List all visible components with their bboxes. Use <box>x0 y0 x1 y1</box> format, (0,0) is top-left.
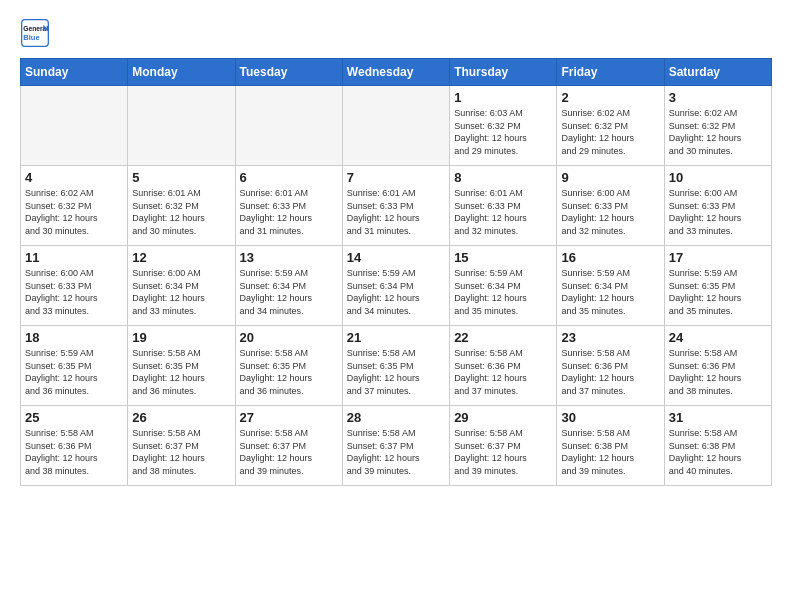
svg-text:Blue: Blue <box>23 33 39 42</box>
week-row-3: 11Sunrise: 6:00 AM Sunset: 6:33 PM Dayli… <box>21 246 772 326</box>
day-number: 17 <box>669 250 767 265</box>
day-info: Sunrise: 5:58 AM Sunset: 6:36 PM Dayligh… <box>561 347 659 397</box>
day-number: 16 <box>561 250 659 265</box>
day-info: Sunrise: 6:01 AM Sunset: 6:33 PM Dayligh… <box>347 187 445 237</box>
day-info: Sunrise: 6:03 AM Sunset: 6:32 PM Dayligh… <box>454 107 552 157</box>
day-number: 8 <box>454 170 552 185</box>
weekday-wednesday: Wednesday <box>342 59 449 86</box>
day-info: Sunrise: 5:58 AM Sunset: 6:36 PM Dayligh… <box>669 347 767 397</box>
weekday-saturday: Saturday <box>664 59 771 86</box>
day-info: Sunrise: 5:58 AM Sunset: 6:36 PM Dayligh… <box>454 347 552 397</box>
day-info: Sunrise: 5:59 AM Sunset: 6:34 PM Dayligh… <box>454 267 552 317</box>
logo: General Blue <box>20 18 50 48</box>
day-info: Sunrise: 6:01 AM Sunset: 6:33 PM Dayligh… <box>454 187 552 237</box>
day-info: Sunrise: 5:59 AM Sunset: 6:35 PM Dayligh… <box>669 267 767 317</box>
calendar-body: 1Sunrise: 6:03 AM Sunset: 6:32 PM Daylig… <box>21 86 772 486</box>
day-number: 5 <box>132 170 230 185</box>
day-cell: 4Sunrise: 6:02 AM Sunset: 6:32 PM Daylig… <box>21 166 128 246</box>
day-info: Sunrise: 5:58 AM Sunset: 6:35 PM Dayligh… <box>132 347 230 397</box>
day-cell: 6Sunrise: 6:01 AM Sunset: 6:33 PM Daylig… <box>235 166 342 246</box>
calendar-table: SundayMondayTuesdayWednesdayThursdayFrid… <box>20 58 772 486</box>
day-cell: 2Sunrise: 6:02 AM Sunset: 6:32 PM Daylig… <box>557 86 664 166</box>
week-row-1: 1Sunrise: 6:03 AM Sunset: 6:32 PM Daylig… <box>21 86 772 166</box>
day-info: Sunrise: 5:59 AM Sunset: 6:35 PM Dayligh… <box>25 347 123 397</box>
day-number: 19 <box>132 330 230 345</box>
day-info: Sunrise: 6:02 AM Sunset: 6:32 PM Dayligh… <box>25 187 123 237</box>
day-info: Sunrise: 5:58 AM Sunset: 6:37 PM Dayligh… <box>454 427 552 477</box>
day-info: Sunrise: 6:00 AM Sunset: 6:33 PM Dayligh… <box>25 267 123 317</box>
day-cell: 18Sunrise: 5:59 AM Sunset: 6:35 PM Dayli… <box>21 326 128 406</box>
day-cell: 19Sunrise: 5:58 AM Sunset: 6:35 PM Dayli… <box>128 326 235 406</box>
day-info: Sunrise: 6:01 AM Sunset: 6:33 PM Dayligh… <box>240 187 338 237</box>
day-cell: 8Sunrise: 6:01 AM Sunset: 6:33 PM Daylig… <box>450 166 557 246</box>
day-info: Sunrise: 5:58 AM Sunset: 6:36 PM Dayligh… <box>25 427 123 477</box>
day-number: 6 <box>240 170 338 185</box>
day-number: 3 <box>669 90 767 105</box>
day-info: Sunrise: 6:02 AM Sunset: 6:32 PM Dayligh… <box>669 107 767 157</box>
day-number: 25 <box>25 410 123 425</box>
day-number: 27 <box>240 410 338 425</box>
day-number: 10 <box>669 170 767 185</box>
day-cell: 14Sunrise: 5:59 AM Sunset: 6:34 PM Dayli… <box>342 246 449 326</box>
day-number: 20 <box>240 330 338 345</box>
week-row-5: 25Sunrise: 5:58 AM Sunset: 6:36 PM Dayli… <box>21 406 772 486</box>
weekday-friday: Friday <box>557 59 664 86</box>
day-info: Sunrise: 5:58 AM Sunset: 6:35 PM Dayligh… <box>240 347 338 397</box>
day-number: 4 <box>25 170 123 185</box>
day-info: Sunrise: 5:58 AM Sunset: 6:37 PM Dayligh… <box>347 427 445 477</box>
weekday-monday: Monday <box>128 59 235 86</box>
day-info: Sunrise: 5:59 AM Sunset: 6:34 PM Dayligh… <box>347 267 445 317</box>
day-cell: 27Sunrise: 5:58 AM Sunset: 6:37 PM Dayli… <box>235 406 342 486</box>
day-cell: 7Sunrise: 6:01 AM Sunset: 6:33 PM Daylig… <box>342 166 449 246</box>
week-row-4: 18Sunrise: 5:59 AM Sunset: 6:35 PM Dayli… <box>21 326 772 406</box>
calendar-page: General Blue SundayMondayTuesdayWednesda… <box>0 0 792 504</box>
day-info: Sunrise: 5:58 AM Sunset: 6:37 PM Dayligh… <box>240 427 338 477</box>
day-cell: 9Sunrise: 6:00 AM Sunset: 6:33 PM Daylig… <box>557 166 664 246</box>
day-info: Sunrise: 5:58 AM Sunset: 6:37 PM Dayligh… <box>132 427 230 477</box>
weekday-sunday: Sunday <box>21 59 128 86</box>
day-number: 31 <box>669 410 767 425</box>
header: General Blue <box>20 18 772 48</box>
day-number: 24 <box>669 330 767 345</box>
day-cell: 29Sunrise: 5:58 AM Sunset: 6:37 PM Dayli… <box>450 406 557 486</box>
day-cell: 16Sunrise: 5:59 AM Sunset: 6:34 PM Dayli… <box>557 246 664 326</box>
day-cell: 26Sunrise: 5:58 AM Sunset: 6:37 PM Dayli… <box>128 406 235 486</box>
day-cell: 30Sunrise: 5:58 AM Sunset: 6:38 PM Dayli… <box>557 406 664 486</box>
day-info: Sunrise: 5:59 AM Sunset: 6:34 PM Dayligh… <box>561 267 659 317</box>
day-cell: 1Sunrise: 6:03 AM Sunset: 6:32 PM Daylig… <box>450 86 557 166</box>
day-number: 2 <box>561 90 659 105</box>
day-number: 14 <box>347 250 445 265</box>
day-cell: 11Sunrise: 6:00 AM Sunset: 6:33 PM Dayli… <box>21 246 128 326</box>
day-cell: 24Sunrise: 5:58 AM Sunset: 6:36 PM Dayli… <box>664 326 771 406</box>
day-info: Sunrise: 6:00 AM Sunset: 6:33 PM Dayligh… <box>669 187 767 237</box>
logo-icon: General Blue <box>20 18 50 48</box>
day-info: Sunrise: 6:00 AM Sunset: 6:33 PM Dayligh… <box>561 187 659 237</box>
day-number: 13 <box>240 250 338 265</box>
day-number: 29 <box>454 410 552 425</box>
day-number: 15 <box>454 250 552 265</box>
day-cell: 3Sunrise: 6:02 AM Sunset: 6:32 PM Daylig… <box>664 86 771 166</box>
day-cell: 20Sunrise: 5:58 AM Sunset: 6:35 PM Dayli… <box>235 326 342 406</box>
day-cell: 5Sunrise: 6:01 AM Sunset: 6:32 PM Daylig… <box>128 166 235 246</box>
day-info: Sunrise: 5:58 AM Sunset: 6:38 PM Dayligh… <box>561 427 659 477</box>
day-cell <box>21 86 128 166</box>
weekday-tuesday: Tuesday <box>235 59 342 86</box>
day-number: 23 <box>561 330 659 345</box>
day-cell: 17Sunrise: 5:59 AM Sunset: 6:35 PM Dayli… <box>664 246 771 326</box>
day-info: Sunrise: 5:59 AM Sunset: 6:34 PM Dayligh… <box>240 267 338 317</box>
day-number: 9 <box>561 170 659 185</box>
day-info: Sunrise: 5:58 AM Sunset: 6:35 PM Dayligh… <box>347 347 445 397</box>
day-cell: 10Sunrise: 6:00 AM Sunset: 6:33 PM Dayli… <box>664 166 771 246</box>
day-cell <box>128 86 235 166</box>
day-number: 1 <box>454 90 552 105</box>
day-cell: 31Sunrise: 5:58 AM Sunset: 6:38 PM Dayli… <box>664 406 771 486</box>
day-number: 18 <box>25 330 123 345</box>
day-cell: 25Sunrise: 5:58 AM Sunset: 6:36 PM Dayli… <box>21 406 128 486</box>
day-number: 22 <box>454 330 552 345</box>
day-number: 12 <box>132 250 230 265</box>
day-cell: 28Sunrise: 5:58 AM Sunset: 6:37 PM Dayli… <box>342 406 449 486</box>
day-cell: 21Sunrise: 5:58 AM Sunset: 6:35 PM Dayli… <box>342 326 449 406</box>
week-row-2: 4Sunrise: 6:02 AM Sunset: 6:32 PM Daylig… <box>21 166 772 246</box>
weekday-header-row: SundayMondayTuesdayWednesdayThursdayFrid… <box>21 59 772 86</box>
day-cell: 12Sunrise: 6:00 AM Sunset: 6:34 PM Dayli… <box>128 246 235 326</box>
